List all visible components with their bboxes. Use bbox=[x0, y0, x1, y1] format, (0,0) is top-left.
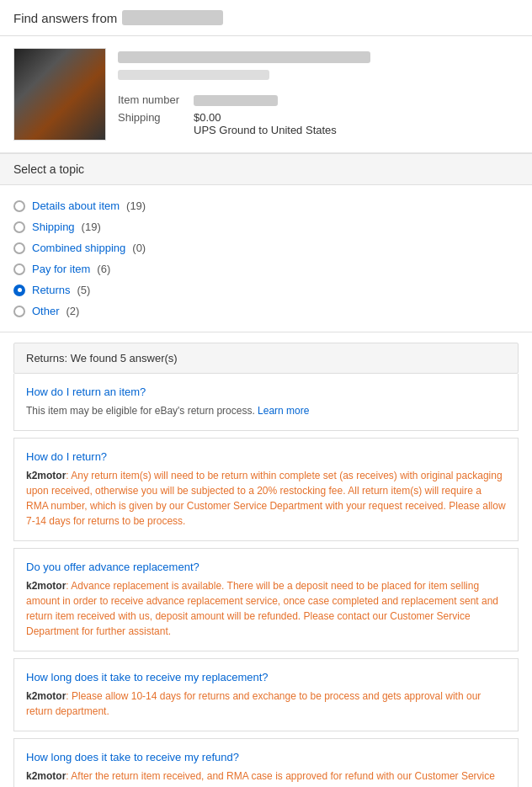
topic-name-4: Returns bbox=[32, 284, 71, 296]
topic-count-3: (6) bbox=[97, 263, 110, 275]
answer-card-1: How do I return?k2motor: Any return item… bbox=[13, 438, 519, 541]
answer-text-0: This item may be eligible for eBay's ret… bbox=[26, 403, 506, 418]
topic-name-2: Combined shipping bbox=[32, 242, 125, 254]
answer-seller-2: k2motor bbox=[26, 580, 66, 592]
topic-item-3[interactable]: Pay for item (6) bbox=[13, 258, 519, 279]
topic-name-3: Pay for item bbox=[32, 263, 90, 275]
select-topic-section: Select a topic bbox=[0, 153, 532, 185]
answer-question-3[interactable]: How long does it take to receive my repl… bbox=[26, 671, 506, 683]
shipping-label: Shipping bbox=[118, 111, 194, 136]
answer-card-4: How long does it take to receive my refu… bbox=[13, 738, 519, 787]
topic-radio-3[interactable] bbox=[13, 263, 25, 275]
topics-list: Details about item (19)Shipping (19)Comb… bbox=[0, 185, 532, 332]
select-topic-label: Select a topic bbox=[13, 162, 84, 176]
answer-text-4: k2motor: After the return item received,… bbox=[26, 768, 506, 787]
answer-seller-1: k2motor bbox=[26, 470, 66, 481]
answer-body-3: : Please allow 10-14 days for returns an… bbox=[26, 690, 481, 717]
item-number-label: Item number bbox=[118, 93, 194, 106]
shipping-price: $0.00 bbox=[194, 111, 519, 124]
topic-count-2: (0) bbox=[132, 242, 146, 254]
header-title: Find answers from bbox=[13, 11, 117, 25]
answer-card-2: Do you offer advance replacement?k2motor… bbox=[13, 548, 519, 651]
seller-name-blurred bbox=[122, 10, 223, 25]
topic-radio-4[interactable] bbox=[13, 284, 25, 296]
answer-card-0: How do I return an item?This item may be… bbox=[13, 374, 519, 431]
topic-item-4[interactable]: Returns (5) bbox=[13, 279, 519, 300]
item-details: Item number Shipping $0.00 UPS Ground to… bbox=[118, 93, 519, 136]
topic-count-5: (2) bbox=[66, 305, 80, 317]
topic-radio-1[interactable] bbox=[13, 221, 25, 233]
topic-item-2[interactable]: Combined shipping (0) bbox=[13, 237, 519, 258]
item-subtitle-blurred bbox=[118, 70, 269, 80]
shipping-method: UPS Ground to United States bbox=[194, 124, 519, 136]
topic-item-5[interactable]: Other (2) bbox=[13, 300, 519, 322]
topic-count-4: (5) bbox=[77, 284, 91, 296]
answer-question-1[interactable]: How do I return? bbox=[26, 450, 506, 463]
answer-seller-4: k2motor bbox=[26, 770, 66, 782]
topic-item-0[interactable]: Details about item (19) bbox=[13, 195, 519, 216]
answer-body-2: : Advance replacement is available. Ther… bbox=[26, 580, 498, 637]
topic-name-5: Other bbox=[32, 305, 60, 317]
topic-radio-0[interactable] bbox=[13, 200, 25, 212]
answers-header: Returns: We found 5 answer(s) bbox=[13, 343, 519, 374]
item-image bbox=[13, 48, 106, 141]
topic-item-1[interactable]: Shipping (19) bbox=[13, 216, 519, 237]
item-section: Item number Shipping $0.00 UPS Ground to… bbox=[0, 36, 532, 153]
answer-text-1: k2motor: Any return item(s) will need to… bbox=[26, 468, 506, 529]
answers-section: Returns: We found 5 answer(s) How do I r… bbox=[13, 343, 519, 787]
topic-count-0: (19) bbox=[126, 199, 146, 212]
topic-radio-2[interactable] bbox=[13, 242, 25, 254]
learn-more-link-0[interactable]: Learn more bbox=[258, 405, 309, 417]
answer-card-3: How long does it take to receive my repl… bbox=[13, 658, 519, 731]
answer-question-2[interactable]: Do you offer advance replacement? bbox=[26, 561, 506, 573]
answer-question-0[interactable]: How do I return an item? bbox=[26, 386, 506, 398]
topic-count-1: (19) bbox=[82, 221, 101, 233]
item-info: Item number Shipping $0.00 UPS Ground to… bbox=[118, 48, 519, 141]
topic-name-0: Details about item bbox=[32, 199, 120, 212]
answer-question-4[interactable]: How long does it take to receive my refu… bbox=[26, 751, 506, 763]
topic-radio-5[interactable] bbox=[13, 306, 25, 317]
item-number-value bbox=[194, 93, 519, 106]
item-title-blurred bbox=[118, 51, 370, 63]
header: Find answers from bbox=[0, 0, 532, 36]
item-number-blurred bbox=[194, 95, 278, 106]
topic-name-1: Shipping bbox=[32, 221, 75, 233]
answer-body-4: : After the return item received, and RM… bbox=[26, 770, 495, 787]
answer-text-2: k2motor: Advance replacement is availabl… bbox=[26, 578, 506, 639]
shipping-value: $0.00 UPS Ground to United States bbox=[194, 111, 519, 136]
answer-seller-3: k2motor bbox=[26, 690, 66, 702]
answer-body-1: : Any return item(s) will need to be ret… bbox=[26, 470, 506, 527]
answer-intro-0: This item may be eligible for eBay's ret… bbox=[26, 405, 258, 417]
answer-text-3: k2motor: Please allow 10-14 days for ret… bbox=[26, 689, 506, 719]
